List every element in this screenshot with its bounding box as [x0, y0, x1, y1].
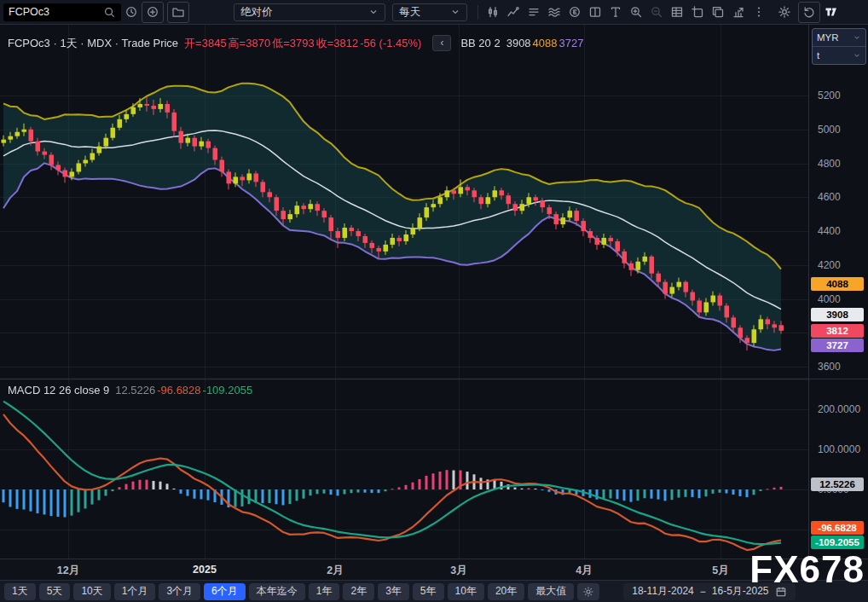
indicator-templates-button[interactable]: [544, 3, 564, 22]
price-tick: 4400: [818, 225, 841, 237]
collapse-indicators-button[interactable]: ‹: [432, 35, 451, 51]
folder-icon: [171, 5, 185, 19]
undo-icon: [802, 5, 816, 19]
range-button-10年[interactable]: 10年: [448, 583, 484, 600]
snapshot-button[interactable]: [708, 3, 728, 22]
interval-value: 每天: [399, 5, 420, 20]
time-axis-label[interactable]: 4月: [576, 564, 592, 578]
calendar-icon: [775, 586, 787, 598]
range-button-3年[interactable]: 3年: [378, 583, 409, 600]
indicators-button[interactable]: [503, 3, 524, 22]
axis-value-badge: 12.5226: [811, 478, 864, 491]
macd-legend: MACD 12 26 close 9 12.5226-96.6828-109.2…: [8, 384, 254, 397]
date-range-picker[interactable]: 18-11月-2024 − 16-5月-2025: [623, 583, 795, 600]
bb-value: 3908: [506, 37, 531, 49]
price-axis[interactable]: MYR t 5200500048004600440042004000380036…: [808, 25, 868, 559]
price-tick: 4800: [818, 158, 841, 170]
interval-select[interactable]: 每天: [392, 3, 467, 21]
ohlc-value: 高=3870: [229, 37, 271, 49]
range-settings-button[interactable]: [577, 583, 599, 600]
range-button-10天[interactable]: 10天: [73, 583, 110, 600]
macd-value: -109.2055: [203, 384, 253, 397]
time-axis-label[interactable]: 2月: [327, 564, 343, 578]
axis-value-badge: 4088: [811, 277, 864, 291]
time-axis-label[interactable]: 3月: [450, 564, 466, 578]
table-icon: [670, 5, 684, 19]
trading-chart-app: FCPOc3 绝对价 每天: [0, 0, 868, 602]
clock-icon: [124, 5, 138, 19]
undo-button[interactable]: [798, 2, 820, 23]
time-axis-label[interactable]: 5月: [712, 564, 728, 578]
ohlc-values: 开=3845高=3870低=3793收=3812-56 (-1.45%): [184, 36, 423, 51]
settings-button[interactable]: [774, 3, 795, 22]
time-axis-label[interactable]: 12月: [57, 564, 79, 578]
axis-value-badge: -109.2055: [811, 535, 864, 549]
range-button-1年[interactable]: 1年: [309, 583, 340, 600]
range-button-5年[interactable]: 5年: [413, 583, 444, 600]
bb-legend-label[interactable]: BB 20 2: [460, 37, 500, 49]
add-symbol-button[interactable]: [142, 2, 164, 23]
tradingview-logo[interactable]: [820, 3, 842, 22]
waves-icon: [547, 5, 561, 19]
range-button-本年迄今[interactable]: 本年迄今: [249, 583, 305, 600]
chevron-down-icon: [853, 33, 861, 42]
zoom-in-button[interactable]: [626, 3, 646, 22]
bb-legend-values: 390840883727: [506, 37, 586, 49]
symbol-name: FCPOc3: [9, 6, 49, 18]
compare-list-button[interactable]: [524, 3, 544, 22]
axis-value-badge: 3727: [811, 339, 864, 352]
range-button-2年[interactable]: 2年: [343, 583, 374, 600]
symbol-search-box[interactable]: FCPOc3: [3, 3, 121, 21]
range-button-20年[interactable]: 20年: [488, 583, 524, 600]
range-button-1天[interactable]: 1天: [4, 583, 36, 600]
macd-value: 12.5226: [115, 384, 155, 397]
search-icon: [103, 6, 116, 19]
data-table-button[interactable]: [667, 3, 687, 22]
unit-select[interactable]: t: [813, 46, 865, 64]
axis-value-badge: -96.6828: [811, 521, 864, 535]
gear-icon: [778, 5, 791, 19]
zoom-out-button[interactable]: [646, 3, 667, 22]
pane-separator[interactable]: [809, 379, 868, 379]
price-tick: 5000: [818, 124, 841, 136]
text-tool-button[interactable]: [605, 3, 626, 22]
symbol-title[interactable]: FCPOc3 · 1天 · MDX · Trade Price: [8, 36, 178, 51]
range-button-3个月[interactable]: 3个月: [159, 583, 200, 600]
publish-chart-button[interactable]: [728, 3, 749, 22]
range-button-最大值[interactable]: 最大值: [528, 583, 574, 600]
macd-legend-label[interactable]: MACD 12 26 close 9: [8, 384, 109, 397]
indicator-line-icon: [506, 5, 520, 19]
macd-tick: 200.0000: [818, 403, 860, 415]
currency-unit-widget[interactable]: MYR t: [812, 28, 866, 65]
plus-circle-icon: [146, 5, 159, 19]
copy-snapshot-icon: [711, 5, 725, 19]
unit-value: t: [817, 50, 819, 61]
open-layout-folder-button[interactable]: [167, 2, 189, 23]
text-tool-icon: [609, 5, 622, 19]
bb-value: 3727: [559, 37, 584, 49]
chart-style-button[interactable]: [483, 3, 503, 22]
grid-layout-button[interactable]: [585, 3, 605, 22]
currency-select[interactable]: MYR: [813, 29, 865, 46]
economic-events-button[interactable]: [564, 3, 585, 22]
range-button-6个月[interactable]: 6个月: [204, 583, 246, 600]
bb-value: 4088: [533, 37, 558, 49]
price-chart-canvas[interactable]: [0, 25, 808, 559]
chevron-down-icon: [853, 51, 861, 60]
range-button-5天[interactable]: 5天: [39, 583, 71, 600]
more-options-button[interactable]: [749, 3, 769, 22]
range-button-1个月[interactable]: 1个月: [114, 583, 156, 600]
zoom-in-icon: [629, 5, 643, 19]
bar-replay-clock-button[interactable]: [121, 3, 142, 22]
ohlc-value: 低=3793: [272, 37, 315, 49]
chevron-down-icon: [450, 7, 460, 17]
price-tick: 4000: [818, 293, 841, 305]
chevron-down-icon: [368, 7, 379, 17]
top-toolbar: FCPOc3 绝对价 每天: [0, 0, 868, 25]
candlestick-icon: [486, 5, 500, 19]
price-mode-select[interactable]: 绝对价: [234, 3, 385, 21]
date-from: 18-11月-2024: [632, 584, 694, 599]
add-panel-button[interactable]: [687, 3, 708, 22]
time-axis[interactable]: 12月20252月3月4月5月: [0, 559, 868, 580]
time-axis-label[interactable]: 2025: [193, 564, 217, 576]
